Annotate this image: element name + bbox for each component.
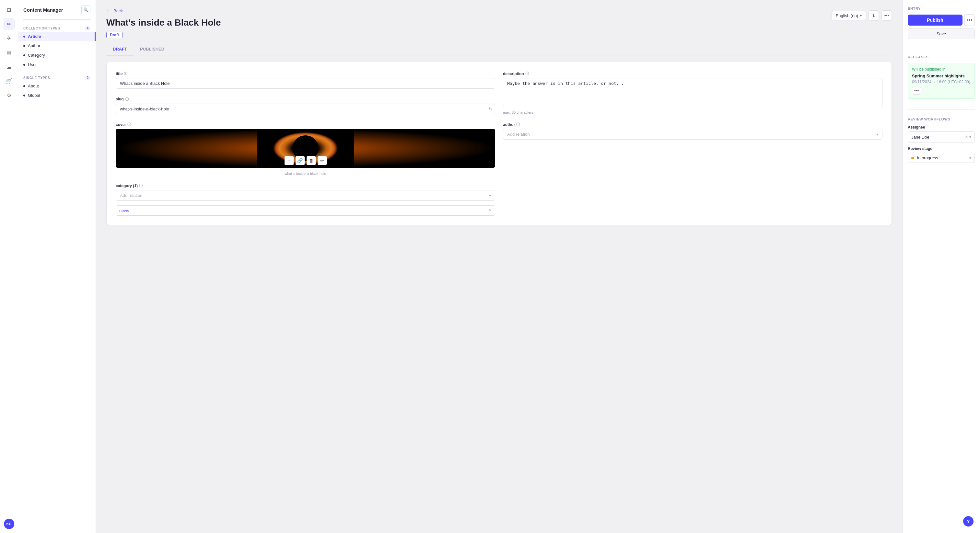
release-card-will-publish: Will be published in [912,67,970,71]
dot-icon [23,95,25,97]
dot-icon [23,45,25,47]
entry-more-button[interactable]: ••• [964,14,975,26]
review-stage-label: Review stage [908,146,975,151]
back-arrow-icon: ← [106,8,111,14]
collection-types-label: COLLECTION TYPES [23,27,60,30]
cover-add-button[interactable]: + [285,156,294,165]
publish-button[interactable]: Publish [908,14,963,25]
review-stage-value: In progress [917,155,938,160]
category-chevron-icon: ▾ [489,194,491,198]
author-field-group: author ⓘ Add relation ▾ [503,122,883,176]
chevron-down-icon: ▾ [860,14,862,17]
category-info-icon[interactable]: ⓘ [139,183,143,188]
language-dropdown[interactable]: English (en) ▾ [832,11,866,21]
slug-field-group: slug ⓘ ↻ [116,97,495,115]
release-card-date: 09/11/2024 at 16:00 (UTC+02:00) [912,80,970,84]
content-tabs: DRAFT PUBLISHED [106,43,892,56]
assignee-select[interactable]: Jane Doe × ▾ [908,132,975,143]
author-relation-select[interactable]: Add relation ▾ [503,129,883,140]
settings-icon[interactable]: ⚙ [3,89,15,101]
review-workflows-section: REVIEW WORKFLOWS Assignee Jane Doe × ▾ R… [908,117,975,163]
assignee-label: Assignee [908,125,975,130]
status-badge: Draft [106,32,123,38]
content-builder-icon[interactable]: ▤ [3,47,15,58]
sidebar-item-global[interactable]: Global [18,90,95,100]
dot-icon [23,64,25,66]
cover-edit-button[interactable]: ✏ [318,156,327,165]
author-info-icon[interactable]: ⓘ [516,122,520,127]
collection-types-badge: 4 [84,26,91,30]
sidebar-item-label: Category [28,53,45,58]
slug-input[interactable] [116,104,495,114]
cover-field-group: cover ⓘ [116,122,495,176]
category-label: category (1) ⓘ [116,183,495,188]
cover-delete-button[interactable]: 🗑 [307,156,316,165]
release-more-button[interactable]: ••• [912,87,921,95]
main-area: ← Back What's inside a Black Hole Draft … [96,0,980,533]
release-card: Will be published in Spring Summer highl… [908,63,975,99]
tab-published[interactable]: PUBLISHED [134,43,171,56]
review-dot-icon [911,157,914,159]
editor-area: ← Back What's inside a Black Hole Draft … [96,0,902,533]
sidebar-item-author[interactable]: Author [18,41,95,51]
workflows-section-title: REVIEW WORKFLOWS [908,117,975,121]
category-tag-remove[interactable]: × [489,208,492,213]
avatar[interactable]: KD [4,519,14,529]
more-options-button[interactable]: ••• [881,10,892,21]
nav-search-button[interactable]: 🔍 [81,5,91,14]
releases-section: RELEASES Will be published in Spring Sum… [908,55,975,102]
single-types-label: SINGLE TYPES [23,76,50,80]
description-hint: max. 80 characters [503,110,883,114]
sidebar-item-label: Global [28,93,40,98]
sidebar-item-about[interactable]: About [18,81,95,90]
help-button[interactable]: ? [963,516,974,527]
description-input[interactable]: Maybe the answer is in this article, or … [503,78,883,107]
cover-image-container: + 🔗 🗑 ✏ [116,129,495,168]
cover-filename: what-s-inside-a-black-hole [116,171,495,176]
content-manager-icon[interactable]: ✏ [3,18,15,30]
cover-link-button[interactable]: 🔗 [296,156,305,165]
author-chevron-icon: ▾ [876,132,878,136]
review-stage-chevron-icon: ▾ [969,156,971,160]
entry-section-title: ENTRY [908,6,975,10]
category-relation-select[interactable]: Add relation ▾ [116,190,495,201]
dot-icon [23,85,25,87]
slug-info-icon[interactable]: ⓘ [125,97,129,102]
cover-label: cover ⓘ [116,122,495,127]
title-info-icon[interactable]: ⓘ [124,71,127,76]
description-info-icon[interactable]: ⓘ [525,71,529,76]
cart-icon[interactable]: 🛒 [3,75,15,87]
sidebar-item-user[interactable]: User [18,60,95,69]
slug-refresh-icon[interactable]: ↻ [489,106,493,111]
content-form-card: title ⓘ description ⓘ Maybe the answer i… [106,62,892,225]
sidebar-item-label: About [28,84,39,89]
download-button[interactable]: ⬇ [869,10,879,21]
back-label: Back [113,8,123,13]
divider-2 [908,109,975,109]
home-icon[interactable]: ⊞ [3,4,15,16]
cover-info-icon[interactable]: ⓘ [127,122,131,127]
releases-section-title: RELEASES [908,55,975,59]
sidebar-item-label: Article [28,34,41,39]
single-types-badge: 2 [84,76,91,80]
assignee-clear-icon[interactable]: × [965,134,968,140]
sidebar-item-article[interactable]: Article [18,32,95,41]
review-stage-select[interactable]: In progress ▾ [908,153,975,163]
back-link[interactable]: ← Back [106,8,221,14]
sidebar-item-category[interactable]: Category [18,51,95,60]
dot-icon [23,36,25,38]
title-input[interactable] [116,78,495,89]
nav-panel: Content Manager 🔍 COLLECTION TYPES 4 Art… [18,0,96,533]
release-card-title: Spring Summer highlights [912,73,970,78]
media-library-icon[interactable]: ✈ [3,32,15,44]
assignee-value: Jane Doe [911,135,929,140]
entry-section: ENTRY Publish ••• Save [908,6,975,39]
save-button[interactable]: Save [908,29,975,39]
tab-draft[interactable]: DRAFT [106,43,134,56]
author-label: author ⓘ [503,122,883,127]
author-placeholder: Add relation [507,132,530,136]
cloud-icon[interactable]: ☁ [3,61,15,73]
lang-label: English (en) [836,13,858,18]
title-label: title ⓘ [116,71,495,76]
category-placeholder: Add relation [120,193,142,198]
